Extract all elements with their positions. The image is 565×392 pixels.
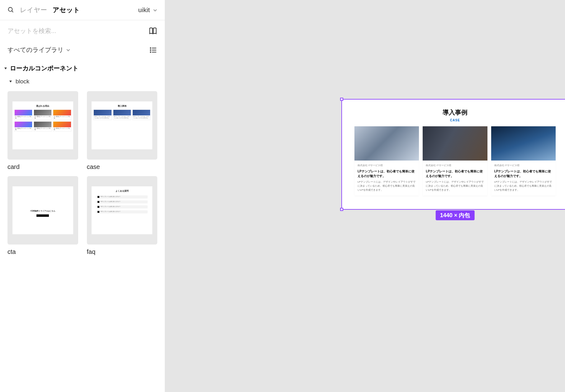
case-company: 株式会社 ITサービス様 — [494, 164, 553, 167]
triangle-down-icon — [9, 80, 12, 83]
asset-search-input[interactable] — [7, 27, 145, 35]
mini-title: よくある質問 — [116, 189, 129, 193]
svg-line-1 — [12, 11, 13, 12]
component-case[interactable]: 導入事例 LPテンプレートには、デザインやレイアウトがすでにLPテンプレートには… — [87, 91, 158, 170]
case-title: LPテンプレートは、初心者でも簡単に使えるのが魅力です。 — [426, 169, 484, 178]
dimensions-badge: 1440 × 内包 — [436, 210, 475, 220]
panel-header: レイヤー アセット uikit — [0, 0, 165, 20]
case-company: 株式会社 ITサービス様 — [358, 164, 416, 167]
mini-title: 導入事例 — [118, 105, 126, 108]
case-title: LPテンプレートは、初心者でも簡単に使えるのが魅力です。 — [494, 169, 553, 178]
case-image — [423, 126, 487, 161]
svg-point-0 — [8, 7, 12, 12]
frame-case-block: 導入事例 CASE 株式会社 ITサービス様 LPテンプレートは、初心者でも簡単… — [342, 100, 565, 209]
svg-point-5 — [150, 48, 151, 48]
frame-subtitle: CASE — [450, 119, 460, 122]
resize-handle-tl[interactable] — [340, 98, 343, 101]
list-view-icon[interactable] — [149, 46, 157, 54]
chevron-down-icon — [66, 48, 70, 52]
case-desc: LPテンプレートには、デザインやレイアウトがすでに決まっているため、初心者でも簡… — [494, 180, 553, 192]
component-label: faq — [87, 248, 158, 255]
mini-button — [36, 214, 49, 217]
mini-title: 選ばれる理由 — [36, 105, 49, 108]
component-thumbnail: 7日間無料トライアルはこちら — [7, 176, 78, 245]
component-cta[interactable]: 7日間無料トライアルはこちら cta — [7, 176, 78, 255]
folder-block[interactable]: block — [0, 75, 165, 89]
mini-title: 7日間無料トライアルはこちら — [30, 210, 55, 212]
resize-handle-bl[interactable] — [340, 208, 343, 211]
asset-search-row — [0, 20, 165, 41]
triangle-down-icon — [4, 67, 7, 70]
svg-marker-8 — [4, 68, 7, 69]
component-grid: 選ばれる理由 01. 最適なマーケティング戦略01. 最適なマーケティング戦略0… — [0, 89, 165, 257]
section-local-components[interactable]: ローカルコンポーネント — [0, 58, 165, 75]
component-card[interactable]: 選ばれる理由 01. 最適なマーケティング戦略01. 最適なマーケティング戦略0… — [7, 91, 78, 170]
component-thumbnail: 選ばれる理由 01. 最適なマーケティング戦略01. 最適なマーケティング戦略0… — [7, 91, 78, 160]
left-panel: レイヤー アセット uikit すべてのライブラリ ローカルコンポーネント — [0, 0, 165, 392]
library-filter-row[interactable]: すべてのライブラリ — [0, 41, 165, 58]
file-name-label: uikit — [138, 6, 150, 13]
tab-assets[interactable]: アセット — [53, 6, 80, 14]
component-label: case — [87, 163, 158, 170]
case-card: 株式会社 ITサービス様 LPテンプレートは、初心者でも簡単に使えるのが魅力です… — [491, 126, 556, 196]
file-dropdown[interactable]: uikit — [138, 6, 157, 14]
search-icon[interactable] — [7, 7, 14, 13]
case-title: LPテンプレートは、初心者でも簡単に使えるのが魅力です。 — [358, 169, 416, 178]
library-icon[interactable] — [149, 26, 157, 35]
case-card: 株式会社 ITサービス様 LPテンプレートは、初心者でも簡単に使えるのが魅力です… — [354, 126, 419, 196]
tab-layers[interactable]: レイヤー — [20, 6, 47, 14]
case-card-row: 株式会社 ITサービス様 LPテンプレートは、初心者でも簡単に使えるのが魅力です… — [354, 126, 556, 196]
component-thumbnail: よくある質問 LPテンプレートは何に使いますか？ LPテンプレートは何に使います… — [87, 176, 158, 245]
chevron-down-icon — [153, 8, 157, 12]
component-faq[interactable]: よくある質問 LPテンプレートは何に使いますか？ LPテンプレートは何に使います… — [87, 176, 158, 255]
folder-label: block — [16, 78, 29, 85]
frame-title: 導入事例 — [443, 108, 468, 117]
case-desc: LPテンプレートには、デザインやレイアウトがすでに決まっているため、初心者でも簡… — [358, 180, 416, 192]
case-company: 株式会社 ITサービス様 — [426, 164, 484, 167]
svg-point-6 — [150, 49, 151, 50]
component-label: card — [7, 163, 78, 170]
case-card: 株式会社 ITサービス様 LPテンプレートは、初心者でも簡単に使えるのが魅力です… — [423, 126, 487, 196]
section-label: ローカルコンポーネント — [10, 64, 78, 72]
component-thumbnail: 導入事例 LPテンプレートには、デザインやレイアウトがすでにLPテンプレートには… — [87, 91, 158, 160]
library-filter-label: すべてのライブラリ — [7, 46, 64, 54]
svg-point-7 — [150, 52, 151, 52]
svg-marker-9 — [9, 81, 12, 82]
canvas[interactable]: 導入事例 CASE 株式会社 ITサービス様 LPテンプレートは、初心者でも簡単… — [165, 0, 565, 392]
case-image — [354, 126, 419, 161]
selected-frame[interactable]: 導入事例 CASE 株式会社 ITサービス様 LPテンプレートは、初心者でも簡単… — [341, 99, 565, 210]
case-desc: LPテンプレートには、デザインやレイアウトがすでに決まっているため、初心者でも簡… — [426, 180, 484, 192]
component-label: cta — [7, 248, 78, 255]
case-image — [491, 126, 556, 161]
